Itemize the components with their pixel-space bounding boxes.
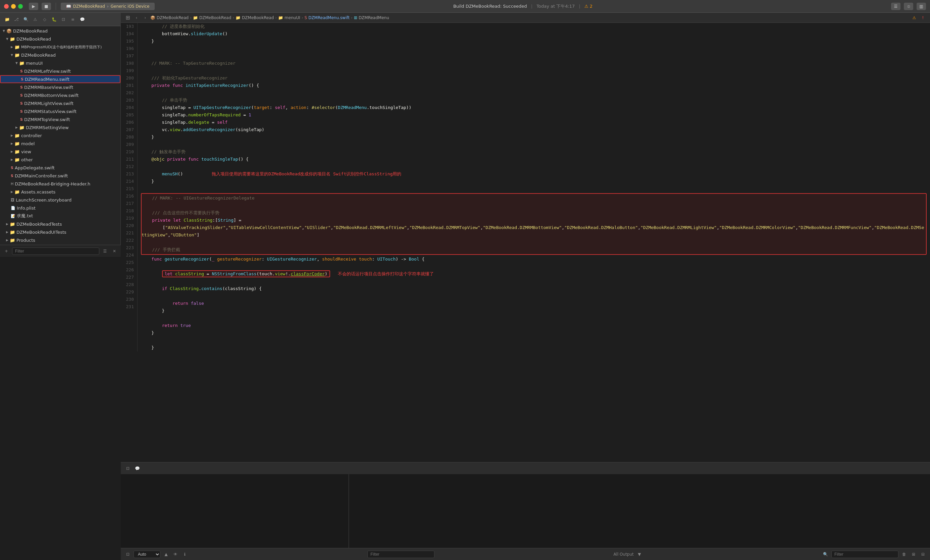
console-eye-icon[interactable]: 👁 xyxy=(172,551,179,558)
scheme-name: DZMeBookRead xyxy=(73,4,105,9)
sidebar-label-topview: DZMRMTopView.swift xyxy=(24,117,70,122)
breadcrumb-nav-prev[interactable]: ⊞ xyxy=(124,14,131,22)
bc-folder-icon: 📦 xyxy=(150,15,156,20)
code-line: } xyxy=(141,134,927,141)
sidebar-item-infoplist[interactable]: 📄 Info.plist xyxy=(0,204,120,212)
bc-item-3[interactable]: menuUI xyxy=(285,15,300,20)
debug-output xyxy=(349,474,930,548)
sidebar-item-menuui[interactable]: 📁 menuUI xyxy=(0,59,120,67)
source-control-icon[interactable]: ⎇ xyxy=(13,16,20,23)
sidebar-item-other[interactable]: 📁 other xyxy=(0,155,120,164)
sidebar-item-maincontroller[interactable]: S DZMMainController.swift xyxy=(0,172,120,180)
sidebar-item-baseview[interactable]: S DZMRMBaseView.swift xyxy=(0,83,120,91)
sidebar-label-leftview: DZMRMLeftView.swift xyxy=(24,69,71,74)
sidebar-item-controller[interactable]: 📁 controller xyxy=(0,131,120,140)
warning-badge[interactable]: ⚠ 2 xyxy=(584,4,593,9)
sidebar-item-model[interactable]: 📁 model xyxy=(0,140,120,148)
sidebar-item-readmenu[interactable]: S DZMReadMenu.swift xyxy=(0,75,120,83)
minimize-button[interactable] xyxy=(11,4,16,9)
window-controls[interactable] xyxy=(4,4,23,9)
sidebar-item-topview[interactable]: S DZMRMTopView.swift xyxy=(0,115,120,123)
sidebar-item-launchscreen[interactable]: 🖼 LaunchScreen.storyboard xyxy=(0,196,120,204)
device-name: Generic iOS Device xyxy=(111,4,149,9)
disclosure-products xyxy=(6,238,8,242)
sidebar-item-leftview[interactable]: S DZMRMLeftView.swift xyxy=(0,67,120,75)
inspector-toggle[interactable]: ⎅ xyxy=(904,3,913,10)
sidebar-item-lightview[interactable]: S DZMRMLightView.swift xyxy=(0,99,120,107)
maximize-button[interactable] xyxy=(18,4,23,9)
debug-filter-input[interactable] xyxy=(367,551,434,558)
products-icon: 📁 xyxy=(10,238,15,243)
test-icon[interactable]: ◇ xyxy=(41,16,48,23)
sidebar-item-txt[interactable]: 📝 求魔.txt xyxy=(0,212,120,220)
disclosure-menuui xyxy=(15,62,18,65)
sidebar-item-bottomview[interactable]: S DZMRMBottomView.swift xyxy=(0,91,120,99)
code-editor[interactable]: 193 194 195 196 197 198 199 200 201 202 … xyxy=(121,23,930,462)
report-icon[interactable]: ≡ xyxy=(69,16,77,23)
console-filter-input[interactable] xyxy=(831,551,898,558)
run-button[interactable]: ▶ xyxy=(29,3,38,10)
code-line: return false xyxy=(141,300,927,307)
console-search-icon[interactable]: 🔍 xyxy=(822,551,829,558)
bc-item-5[interactable]: DZMReadMenu xyxy=(359,15,389,20)
issue-nav-icon[interactable]: ⊡ xyxy=(124,465,131,472)
bc-error-icon[interactable]: ! xyxy=(919,14,927,22)
output-chevron-icon[interactable]: ▼ xyxy=(636,551,643,558)
stop-button[interactable]: ■ xyxy=(42,3,51,10)
chat-icon[interactable]: 💬 xyxy=(79,16,86,23)
breakpoint-icon[interactable]: ⊡ xyxy=(60,16,67,23)
warning-icon[interactable]: ⚠ xyxy=(32,16,39,23)
sidebar-item-tests[interactable]: 📁 DZMeBookReadTests xyxy=(0,220,120,228)
infoplist-icon: 📄 xyxy=(11,206,15,210)
folder-icon[interactable]: 📁 xyxy=(3,16,11,23)
bc-item-2[interactable]: DZMeBookRead xyxy=(242,15,274,20)
sidebar-item-main-folder[interactable]: 📁 DZMeBookRead xyxy=(0,35,120,43)
console-split1-icon[interactable]: ⊞ xyxy=(910,551,917,558)
sidebar-item-products[interactable]: 📁 Products xyxy=(0,236,120,244)
bc-item-4[interactable]: DZMReadMenu.swift xyxy=(308,15,350,20)
console-up-icon[interactable]: ▲ xyxy=(162,551,170,558)
code-line: private func initTapGestureRecognizer() … xyxy=(141,82,927,89)
sidebar-label-main: DZMeBookRead xyxy=(17,37,51,42)
console-clear-icon[interactable]: ⊡ xyxy=(124,551,131,558)
console-trash-icon[interactable]: 🗑 xyxy=(901,551,908,558)
console-info-icon[interactable]: ℹ xyxy=(181,551,189,558)
sidebar-item-appdelegate[interactable]: S AppDelegate.swift xyxy=(0,164,120,172)
auto-select[interactable]: Auto xyxy=(134,551,160,558)
sidebar-label-infoplist: Info.plist xyxy=(17,206,35,211)
breadcrumb-forward[interactable]: › xyxy=(142,14,149,22)
search-icon[interactable]: 🔍 xyxy=(22,16,29,23)
sidebar-label-other: other xyxy=(21,157,33,162)
sidebar-item-dzmebookread-sub[interactable]: 📁 DZMeBookRead xyxy=(0,51,120,59)
sidebar-item-bridging[interactable]: H DZMeBookRead-Bridging-Header.h xyxy=(0,180,120,188)
breadcrumb-back[interactable]: ‹ xyxy=(133,14,140,22)
bc-item-1[interactable]: DZMeBookRead xyxy=(199,15,231,20)
navigator-toolbar: 📁 ⎇ 🔍 ⚠ ◇ 🐛 ⊡ ≡ 💬 xyxy=(0,13,121,26)
assets-icon: 📁 xyxy=(14,189,20,194)
bc-class-icon: ⊞ xyxy=(354,15,357,20)
sidebar-item-uitests[interactable]: 📁 DZMeBookReadUITests xyxy=(0,228,120,236)
sidebar-item-assets[interactable]: 📁 Assets.xcassets xyxy=(0,188,120,196)
suggestion-icon[interactable]: 💬 xyxy=(134,465,141,472)
layout-toggle[interactable]: ▥ xyxy=(916,3,926,10)
sidebar-item-settingview[interactable]: 📁 DZMRMSettingView xyxy=(0,123,120,131)
sidebar-filter-input[interactable] xyxy=(12,248,99,255)
build-time: Today at 下午4:17 xyxy=(536,4,575,9)
sidebar-item-mbprogress[interactable]: 📁 MBProgressHUD(这个临时临时使用用于阻挡下) xyxy=(0,43,120,51)
sidebar-item-statusview[interactable]: S DZMRMStatusView.swift xyxy=(0,107,120,115)
debug-icon[interactable]: 🐛 xyxy=(50,16,58,23)
sidebar-close-icon[interactable]: ✕ xyxy=(111,248,118,255)
navigator-toggle[interactable]: ☰ xyxy=(891,3,901,10)
bc-folder2-icon: 📁 xyxy=(193,15,198,20)
scheme-selector[interactable]: 📖 DZMeBookRead › Generic iOS Device xyxy=(61,3,155,10)
close-button[interactable] xyxy=(4,4,9,9)
add-file-button[interactable]: + xyxy=(3,248,10,255)
sidebar-item-view[interactable]: 📁 view xyxy=(0,148,120,155)
sidebar-filter-icon[interactable]: ☰ xyxy=(101,248,109,255)
bc-warning-icon[interactable]: ⚠ xyxy=(910,14,918,22)
sidebar-item-root[interactable]: 📦 DZMeBookRead xyxy=(0,27,120,35)
disclosure-controller xyxy=(11,134,13,137)
console-split2-icon[interactable]: ⊟ xyxy=(919,551,927,558)
other-icon: 📁 xyxy=(14,157,20,162)
bc-item-0[interactable]: DZMeBookRead xyxy=(157,15,189,20)
